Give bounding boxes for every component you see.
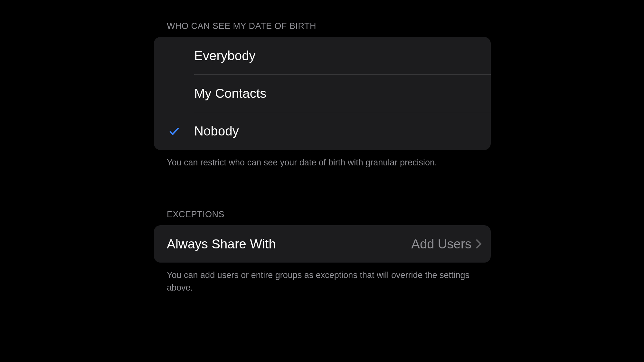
exceptions-section-header: EXCEPTIONS [154, 209, 491, 219]
option-my-contacts[interactable]: My Contacts [154, 75, 491, 112]
action-label: Always Share With [167, 237, 276, 251]
exceptions-footer-text: You can add users or entire groups as ex… [154, 269, 491, 294]
exceptions-card: Always Share With Add Users [154, 225, 491, 263]
visibility-section-header: WHO CAN SEE MY DATE OF BIRTH [154, 21, 491, 31]
visibility-options-card: Everybody My Contacts Nobody [154, 37, 491, 150]
option-nobody[interactable]: Nobody [154, 112, 491, 150]
action-value: Add Users [411, 237, 471, 251]
option-label: Nobody [194, 124, 239, 138]
option-check-slot [154, 125, 194, 137]
action-right: Add Users [411, 237, 482, 251]
option-label: Everybody [194, 49, 256, 63]
option-everybody[interactable]: Everybody [154, 37, 491, 75]
option-label: My Contacts [194, 86, 267, 101]
checkmark-icon [168, 125, 180, 137]
visibility-footer-text: You can restrict who can see your date o… [154, 156, 491, 169]
always-share-with-row[interactable]: Always Share With Add Users [154, 225, 491, 263]
chevron-right-icon [476, 239, 482, 249]
